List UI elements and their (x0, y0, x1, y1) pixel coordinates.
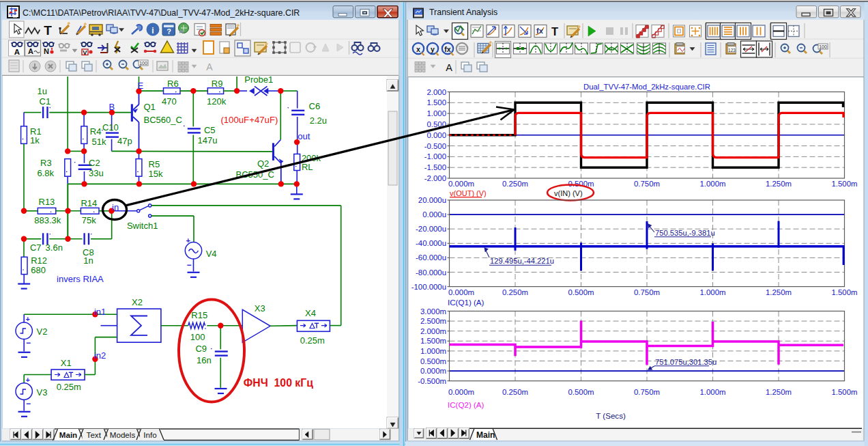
svg-text:RL: RL (302, 162, 313, 172)
svg-text:0.500m: 0.500m (568, 288, 594, 296)
svg-text:1.000m: 1.000m (420, 347, 446, 355)
svg-text:123: 123 (728, 48, 736, 53)
svg-text:680: 680 (31, 265, 46, 275)
svg-text:47p: 47p (117, 136, 132, 146)
svg-text:X2: X2 (132, 297, 143, 307)
svg-text:1n: 1n (83, 255, 93, 266)
svg-text:N: N (44, 47, 49, 55)
svg-text:6.8k: 6.8k (38, 168, 55, 178)
svg-text:3.000m: 3.000m (420, 307, 446, 316)
svg-text:2.2u: 2.2u (310, 115, 327, 126)
svg-text:3.6n: 3.6n (46, 242, 63, 253)
svg-text:V4: V4 (206, 249, 217, 259)
svg-text:T: T (44, 23, 52, 38)
svg-text:Transient Analysis: Transient Analysis (429, 8, 497, 17)
svg-text:751.075u,301.35u: 751.075u,301.35u (655, 358, 717, 366)
svg-text:1k: 1k (30, 135, 40, 145)
svg-text:0.750m: 0.750m (634, 180, 660, 188)
svg-text:-1.500: -1.500 (424, 163, 446, 171)
svg-text:in2: in2 (94, 350, 106, 361)
svg-text:C10: C10 (102, 122, 119, 133)
svg-text:X3: X3 (255, 303, 265, 313)
svg-text:R4: R4 (90, 126, 102, 137)
svg-text:Text: Text (87, 430, 102, 439)
svg-text:51k: 51k (92, 137, 106, 147)
svg-text:R14: R14 (81, 198, 97, 208)
svg-text:C7: C7 (30, 242, 42, 253)
svg-text:-100.000u: -100.000u (411, 283, 446, 291)
svg-text:fx: fx (444, 45, 450, 53)
svg-text:in: in (112, 202, 119, 212)
svg-text:A: A (446, 62, 452, 73)
svg-text:R12: R12 (31, 255, 47, 266)
svg-text:BC560_C: BC560_C (144, 115, 182, 125)
svg-text:-80.000u: -80.000u (416, 268, 446, 277)
svg-text:IC(Q1) (A): IC(Q1) (A) (448, 298, 484, 307)
svg-text:0.500m: 0.500m (420, 357, 446, 365)
svg-text:+: + (26, 376, 30, 384)
svg-text:R15: R15 (191, 310, 207, 320)
svg-text:-60.000u: -60.000u (416, 253, 446, 262)
svg-text:0.000m: 0.000m (420, 367, 446, 375)
svg-text:1.250m: 1.250m (766, 180, 792, 188)
svg-text:A: A (206, 61, 213, 72)
svg-text:Switch1: Switch1 (127, 221, 158, 231)
svg-text:y: y (431, 45, 435, 53)
svg-text:v(OUT) (V): v(OUT) (V) (450, 189, 487, 197)
svg-text:BC550_C: BC550_C (236, 169, 274, 180)
svg-text:X1: X1 (61, 358, 72, 368)
svg-text:33u: 33u (89, 168, 104, 178)
svg-text:x: x (416, 45, 420, 53)
svg-text:0.250m: 0.250m (502, 288, 528, 296)
svg-text:in1: in1 (94, 307, 106, 317)
svg-text:0.000m: 0.000m (448, 288, 474, 296)
svg-text:R9: R9 (212, 79, 223, 89)
svg-text:0.250m: 0.250m (502, 180, 528, 188)
svg-text:Probe1: Probe1 (244, 74, 273, 85)
svg-text:Dual_TVV-47-Mod_2kHz-square.CI: Dual_TVV-47-Mod_2kHz-square.CIR (583, 83, 710, 91)
svg-text:100: 100 (819, 44, 827, 49)
svg-text:v(IN) (V): v(IN) (V) (554, 189, 583, 197)
svg-text:0.000: 0.000 (426, 131, 446, 139)
svg-text:C:\MC11\DATA\Petrov\RIAA\TVV-4: C:\MC11\DATA\Petrov\RIAA\TVV-47\Dual_TVV… (23, 8, 300, 18)
svg-text:out: out (298, 131, 310, 141)
svg-text:0.750m: 0.750m (634, 288, 660, 296)
svg-text:0.500m: 0.500m (568, 388, 594, 396)
svg-text:147u: 147u (198, 135, 218, 145)
svg-text:1.500: 1.500 (426, 98, 446, 107)
svg-text:75k: 75k (82, 215, 96, 225)
svg-text:-20.000u: -20.000u (416, 225, 446, 233)
svg-text:2.000: 2.000 (426, 88, 446, 96)
svg-text:1.000m: 1.000m (700, 180, 726, 188)
svg-text:Info: Info (143, 430, 156, 439)
svg-text:R13: R13 (39, 197, 55, 207)
svg-text:1u: 1u (38, 86, 47, 96)
svg-text:-40.000u: -40.000u (416, 239, 446, 247)
svg-text:Q2: Q2 (257, 158, 269, 169)
svg-text:-2.000: -2.000 (424, 174, 446, 182)
svg-text:X4: X4 (305, 308, 316, 318)
svg-text:C9: C9 (195, 344, 207, 354)
svg-text:R5: R5 (149, 159, 160, 169)
svg-text:IC(Q2) (A): IC(Q2) (A) (448, 400, 484, 409)
svg-text:100: 100 (190, 332, 205, 342)
svg-text:Main: Main (59, 430, 77, 439)
svg-text:Main: Main (476, 430, 495, 440)
svg-text:C2: C2 (89, 158, 100, 168)
svg-text:129.495u,-44.221u: 129.495u,-44.221u (490, 257, 554, 265)
svg-text:1.500m: 1.500m (832, 288, 858, 296)
svg-text:1.000m: 1.000m (700, 388, 726, 396)
svg-text:V3: V3 (37, 387, 48, 398)
svg-text:invers RIAA: invers RIAA (57, 274, 104, 284)
svg-text:(100uF+47uF): (100uF+47uF) (220, 115, 278, 125)
svg-text:−: − (26, 399, 31, 408)
svg-text:ФНЧ 100 кГц: ФНЧ 100 кГц (244, 377, 313, 389)
svg-text:-1.000: -1.000 (424, 152, 446, 161)
svg-text:V: V (83, 48, 87, 56)
svg-text:T: T (551, 25, 558, 38)
svg-text:Q1: Q1 (144, 102, 156, 112)
svg-text:16n: 16n (197, 355, 212, 365)
svg-text:1.000: 1.000 (426, 109, 446, 117)
svg-text:470: 470 (162, 96, 177, 107)
svg-text:100: 100 (139, 61, 147, 66)
